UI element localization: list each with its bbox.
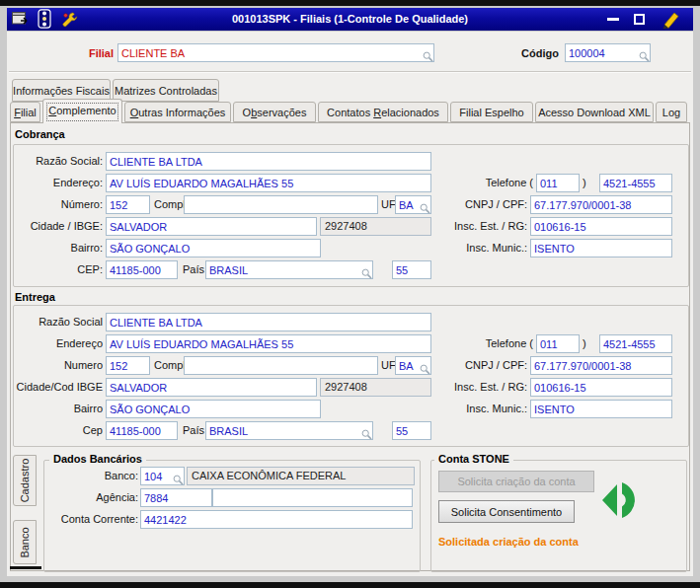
entrega-numero-input[interactable] [106, 356, 150, 375]
filial-label: Filial [54, 44, 114, 63]
tab-observacoes[interactable]: Observações [233, 102, 316, 122]
compl-label: Compl. [154, 195, 184, 214]
cnpj-label: CNPJ / CPF: [434, 356, 527, 375]
agencia-input[interactable] [140, 488, 212, 507]
entrega-insc-mun-input[interactable] [530, 400, 672, 418]
magnifier-icon [361, 268, 372, 279]
magnifier-icon [173, 475, 184, 485]
magnifier-icon [420, 203, 430, 214]
conta-corrente-label: Conta Corrente: [39, 510, 138, 529]
cobranca-compl-input[interactable] [184, 195, 378, 214]
endereco-label: Endereço: [14, 174, 103, 192]
tab-acesso-download-xml[interactable]: Acesso Download XML [535, 102, 654, 122]
entrega-ibge-readonly: 2927408 [320, 378, 431, 397]
pais-label: País [183, 421, 204, 440]
bairro-label: Bairro: [14, 239, 103, 257]
tab-filial[interactable]: Filial [10, 102, 40, 122]
uf-label: UF [381, 195, 394, 214]
filial-input[interactable] [117, 43, 434, 62]
banco-label: Banco: [59, 467, 138, 485]
conta-corrente-input[interactable] [140, 510, 413, 529]
banco-codigo-input[interactable] [140, 467, 185, 485]
insc-est-label: Insc. Est. / RG: [434, 378, 527, 397]
cobranca-endereco-input[interactable] [106, 174, 431, 192]
banco-nome-readonly: CAIXA ECONÔMICA FEDERAL [187, 467, 415, 485]
codigo-label: Código [494, 44, 559, 63]
conta-stone-title: Conta STONE [434, 453, 513, 465]
entrega-endereco-input[interactable] [106, 334, 431, 353]
magnifier-icon [361, 429, 372, 440]
cobranca-uf-input[interactable] [395, 195, 431, 214]
solicita-criacao-button[interactable]: Solicita criação da conta [438, 471, 594, 492]
entrega-pais-cod-input[interactable] [392, 421, 431, 440]
tab-log[interactable]: Log [656, 102, 687, 122]
cobranca-insc-est-input[interactable] [530, 217, 672, 236]
cobranca-cidade-input[interactable] [106, 217, 317, 236]
tab-matrizes-controladas[interactable]: Matrizes Controladas [113, 79, 219, 102]
minimize-icon[interactable] [607, 18, 619, 21]
magnifier-icon [420, 364, 430, 375]
edit-pencil-icon[interactable] [659, 10, 680, 30]
entrega-insc-est-input[interactable] [530, 378, 672, 397]
cobranca-cnpj-input[interactable] [530, 195, 672, 214]
agencia-label: Agência: [59, 488, 138, 507]
filiais-window: 001013SPK - Filiais (1-Controle De Quali… [0, 0, 700, 588]
numero-label: Número: [14, 195, 103, 214]
cobranca-section-title: Cobrança [15, 128, 65, 140]
agencia-extra-input[interactable] [212, 488, 413, 507]
entrega-razao-social-input[interactable] [106, 313, 431, 331]
side-tab-cadastro[interactable]: Cadastro [13, 455, 37, 506]
dados-bancarios-title: Dados Bancários [49, 453, 146, 465]
telefone-label: Telefone ( [434, 334, 533, 353]
cobranca-pais-input[interactable] [205, 260, 373, 279]
entrega-telefone-input[interactable] [599, 334, 672, 353]
tab-complemento[interactable]: Complemento [42, 99, 122, 123]
entrega-pais-input[interactable] [205, 421, 373, 440]
tab-contatos-relacionados[interactable]: Contatos Relacionados [318, 102, 448, 122]
telefone-label: Telefone ( [434, 174, 533, 192]
cobranca-pais-cod-input[interactable] [392, 260, 431, 279]
endereco-label: Endereço [14, 334, 103, 353]
stone-logo-icon [601, 478, 645, 523]
cobranca-cep-input[interactable] [106, 260, 178, 279]
entrega-bairro-input[interactable] [106, 400, 321, 418]
entrega-compl-input[interactable] [184, 356, 378, 375]
entrega-cidade-input[interactable] [106, 378, 317, 397]
entrega-ddd-input[interactable] [536, 334, 580, 353]
stone-status-text: Solicitada criação da conta [438, 536, 579, 548]
tab-filial-espelho[interactable]: Filial Espelho [450, 102, 533, 122]
entrega-cnpj-input[interactable] [530, 356, 672, 375]
razao-social-label: Razão Social: [14, 152, 103, 171]
insc-est-label: Insc. Est. / RG: [434, 217, 527, 236]
cobranca-bairro-input[interactable] [106, 239, 321, 257]
side-tab-indicator [10, 566, 41, 569]
cobranca-ddd-input[interactable] [536, 174, 580, 192]
telefone-close-label: ) [583, 334, 592, 353]
uf-label: UF [381, 356, 394, 375]
tab-outras-informacoes[interactable]: Outras Informações [124, 102, 231, 122]
magnifier-icon [423, 51, 433, 62]
insc-mun-label: Insc. Munic.: [434, 239, 527, 257]
magnifier-icon [639, 51, 650, 62]
cobranca-ibge-readonly: 2927408 [320, 217, 431, 236]
insc-mun-label: Insc. Munic.: [434, 400, 527, 418]
entrega-cep-input[interactable] [106, 421, 178, 440]
compl-label: Compl. [154, 356, 184, 375]
telefone-close-label: ) [583, 174, 592, 192]
entrega-uf-input[interactable] [395, 356, 431, 375]
cnpj-label: CNPJ / CPF: [434, 195, 527, 214]
pais-label: País [183, 260, 204, 279]
cobranca-insc-mun-input[interactable] [530, 239, 672, 257]
maximize-icon[interactable] [634, 14, 645, 25]
cobranca-telefone-input[interactable] [599, 174, 672, 192]
side-tab-banco[interactable]: Banco [13, 520, 37, 564]
solicita-consentimento-button[interactable]: Solicita Consentimento [438, 500, 575, 523]
cobranca-razao-social-input[interactable] [106, 152, 431, 171]
bairro-label: Bairro [14, 400, 103, 418]
razao-social-label: Razão Social [14, 313, 103, 331]
cep-label: CEP: [14, 260, 103, 279]
codigo-input[interactable] [565, 43, 651, 62]
titlebar[interactable]: 001013SPK - Filiais (1-Controle De Quali… [7, 8, 693, 31]
cobranca-numero-input[interactable] [106, 195, 150, 214]
cidade-ibge-label: Cidade / IBGE: [14, 217, 103, 236]
